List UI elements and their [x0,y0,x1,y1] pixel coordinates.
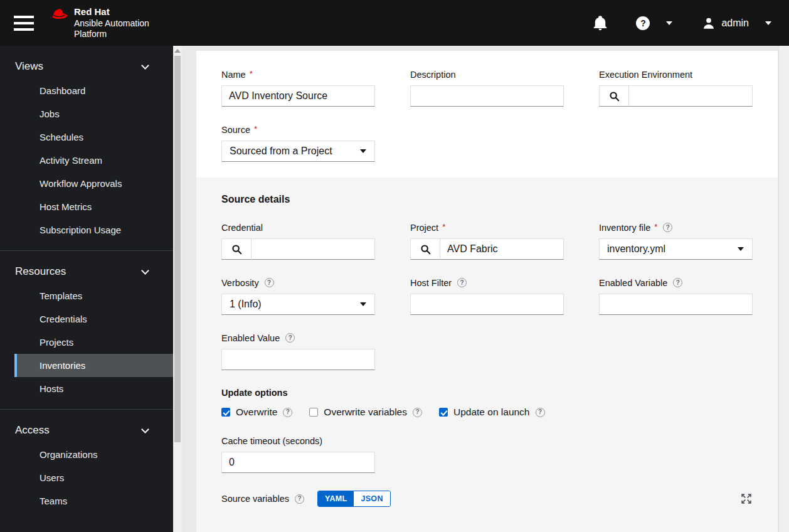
overwrite-variables-checkbox[interactable] [309,408,318,417]
sidebar-item-host-metrics[interactable]: Host Metrics [14,195,173,218]
notifications-button[interactable] [593,16,607,31]
chevron-down-icon [360,302,366,306]
source-label: Source [221,125,250,135]
chevron-down-icon [141,267,149,275]
overwrite-variables-label: Overwrite variables [324,407,407,418]
required-asterisk: * [254,124,257,134]
field-project: Project * [410,222,564,260]
field-description: Description [410,69,564,107]
source-details-heading: Source details [221,194,753,205]
source-variables-label: Source variables [221,494,289,504]
name-input[interactable] [221,85,375,107]
search-icon [420,244,431,255]
help-icon[interactable]: ? [295,494,304,504]
sidebar-group-resources: Resources Templates Credentials Projects… [0,250,173,409]
project-input[interactable] [440,238,564,260]
json-toggle-button[interactable]: JSON [354,491,389,506]
sidebar-item-inventories[interactable]: Inventories [14,354,173,377]
help-icon[interactable]: ? [283,408,292,417]
sidebar-group-header-views[interactable]: Views [0,54,173,79]
source-select-value: Sourced from a Project [230,146,332,157]
enabled-value-input[interactable] [221,349,375,370]
inventory-file-select[interactable]: inventory.yml [599,238,753,260]
search-icon [231,244,242,255]
sidebar-item-schedules[interactable]: Schedules [14,125,173,149]
enabled-variable-input[interactable] [599,294,753,315]
help-icon[interactable]: ? [285,333,295,343]
update-options-block: Update options Overwrite ? Overwrite var… [221,388,753,418]
sidebar-item-credentials[interactable]: Credentials [14,307,173,331]
credential-search-button[interactable] [221,238,252,260]
group-title: Views [15,60,43,73]
enabled-variable-label: Enabled Variable [599,278,667,288]
field-credential: Credential [221,222,375,260]
update-on-launch-checkbox[interactable] [439,408,448,417]
username-label: admin [721,18,749,29]
question-circle-icon: ? [636,16,650,30]
update-on-launch-label: Update on launch [453,407,530,418]
help-icon[interactable]: ? [413,408,422,417]
help-icon[interactable]: ? [673,278,682,287]
verbosity-select[interactable]: 1 (Info) [221,294,375,315]
field-host-filter: Host Filter ? [410,277,564,315]
sidebar-item-jobs[interactable]: Jobs [14,102,173,125]
inventory-file-label: Inventory file [599,223,650,233]
sidebar-item-workflow-approvals[interactable]: Workflow Approvals [14,172,173,195]
execution-environment-input[interactable] [629,85,753,107]
field-name: Name * [221,69,375,107]
project-search-button[interactable] [410,238,440,260]
field-source: Source * Sourced from a Project [221,124,375,162]
form-top-section: Name * Description Execution Environ [196,51,778,178]
execution-environment-search-button[interactable] [599,85,629,107]
field-inventory-file: Inventory file * ? inventory.yml [599,222,753,260]
user-icon [702,17,715,29]
sidebar-item-subscription-usage[interactable]: Subscription Usage [14,218,173,242]
chevron-down-icon [141,61,149,70]
description-input[interactable] [410,85,564,107]
sidebar-item-hosts[interactable]: Hosts [14,377,173,400]
host-filter-label: Host Filter [410,278,452,288]
credential-label: Credential [221,223,263,233]
sidebar-item-users[interactable]: Users [14,466,173,489]
sidebar-group-header-access[interactable]: Access [0,418,173,443]
help-icon[interactable]: ? [265,278,274,287]
hamburger-menu-icon[interactable] [14,16,34,31]
sidebar-item-projects[interactable]: Projects [14,331,173,354]
credential-input[interactable] [252,238,375,260]
sidebar-scrollbar[interactable] [173,46,182,532]
update-on-launch-checkbox-item[interactable]: Update on launch ? [439,407,545,418]
sidebar-item-activity-stream[interactable]: Activity Stream [14,149,173,172]
sidebar-group-header-resources[interactable]: Resources [0,259,173,284]
source-variables-format-toggle: YAML JSON [317,491,391,507]
chevron-down-icon [765,21,771,25]
help-icon[interactable]: ? [536,408,545,417]
overwrite-checkbox-item[interactable]: Overwrite ? [221,407,292,418]
sidebar: Views Dashboard Jobs Schedules Activity … [0,46,182,532]
help-icon[interactable]: ? [663,223,672,232]
overwrite-variables-checkbox-item[interactable]: Overwrite variables ? [309,407,422,418]
cache-timeout-input[interactable] [221,452,375,473]
help-menu-button[interactable]: ? [636,16,672,30]
host-filter-input[interactable] [410,294,564,315]
group-title: Resources [15,265,66,278]
sidebar-item-dashboard[interactable]: Dashboard [14,79,173,102]
sidebar-item-organizations[interactable]: Organizations [14,443,173,466]
expand-editor-button[interactable] [740,492,753,505]
help-icon[interactable]: ? [457,278,467,287]
source-select[interactable]: Sourced from a Project [221,141,375,162]
bell-icon [593,16,607,31]
main-scrollbar[interactable] [778,46,789,532]
expand-arrows-icon [741,494,751,504]
navbar-actions: ? admin [593,16,771,31]
sidebar-item-teams[interactable]: Teams [14,489,173,513]
brand-line1: Red Hat [74,6,149,18]
sidebar-scrollbar-thumb[interactable] [174,56,181,442]
app-root: Red Hat Ansible Automation Platform ? [0,0,789,532]
overwrite-checkbox[interactable] [221,408,230,417]
user-menu-button[interactable]: admin [702,17,771,29]
yaml-toggle-button[interactable]: YAML [318,491,354,506]
brand-text: Red Hat Ansible Automation Platform [74,6,149,39]
field-cache-timeout: Cache timeout (seconds) [221,435,375,473]
sidebar-item-templates[interactable]: Templates [14,284,173,307]
scroll-up-arrow-icon[interactable] [174,49,181,53]
